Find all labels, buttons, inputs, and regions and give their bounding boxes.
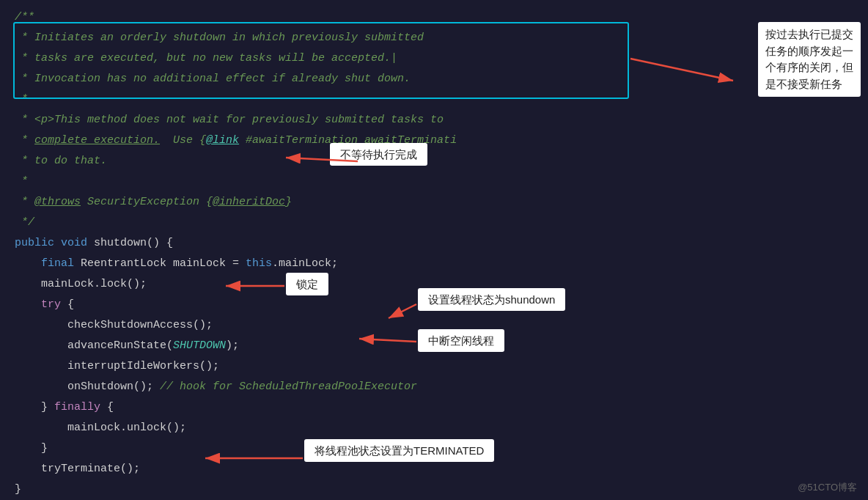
code-line-5: * [15, 89, 853, 110]
code-line-21: mainLock.unlock(); [15, 418, 853, 438]
code-line-19: onShutdown(); // hook for ScheduledThrea… [15, 377, 853, 397]
annotation-not-wait: 不等待执行完成 [330, 143, 427, 166]
code-line-24: } [15, 479, 853, 500]
code-line-1: /** [15, 7, 853, 28]
code-line-10: * @throws SecurityException {@inheritDoc… [15, 192, 853, 213]
annotation-top-right: 按过去执行已提交任务的顺序发起一个有序的关闭，但是不接受新任务 [758, 22, 861, 97]
code-editor: /** * Initiates an orderly shutdown in w… [0, 0, 868, 500]
annotation-set-shutdown: 设置线程状态为shundown [418, 288, 565, 311]
code-line-4: * Invocation has no additional effect if… [15, 69, 853, 89]
code-line-13: final ReentrantLock mainLock = this.main… [15, 254, 853, 274]
annotation-interrupt-idle: 中断空闲线程 [418, 329, 504, 352]
code-line-20: } finally { [15, 397, 853, 418]
watermark: @51CTO博客 [798, 481, 857, 494]
code-line-3: * tasks are executed, but no new tasks w… [15, 48, 853, 69]
code-line-9: * [15, 172, 853, 192]
annotation-terminated: 将线程池状态设置为TERMINATED [304, 439, 494, 462]
code-line-12: public void shutdown() { [15, 233, 853, 254]
code-line-6: * <p>This method does not wait for previ… [15, 110, 853, 130]
code-line-7: * complete execution. Use {@link #awaitT… [15, 130, 853, 151]
annotation-lock: 锁定 [286, 273, 328, 295]
code-line-2: * Initiates an orderly shutdown in which… [15, 28, 853, 48]
code-line-18: interruptIdleWorkers(); [15, 356, 853, 377]
code-line-11: */ [15, 213, 853, 233]
code-line-8: * to do that. [15, 151, 853, 172]
code-line-23: tryTerminate(); [15, 459, 853, 479]
